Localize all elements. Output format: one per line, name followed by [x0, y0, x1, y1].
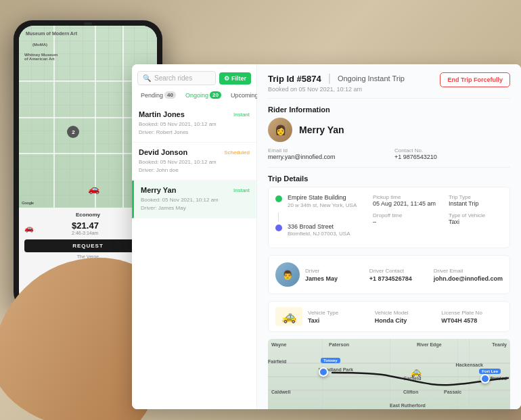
pickup-dot	[275, 195, 282, 202]
ride-item-martin[interactable]: Martin Jones Instant Booked: 05 Nov 2021…	[132, 105, 256, 143]
email-value: merry.yan@innofied.com	[268, 154, 384, 160]
search-icon: 🔍	[143, 74, 151, 82]
vehicle-type-value: Taxi	[449, 218, 503, 225]
filter-icon: ⚙	[224, 75, 229, 82]
phone-price: $21.47	[72, 220, 99, 231]
pickup-address: Empire State Building	[288, 194, 357, 202]
driver-email: john.doe@innofied.com	[434, 275, 503, 282]
driver-avatar: 👨	[275, 262, 300, 287]
rider-section-title: Rider Information	[268, 106, 510, 114]
email-label: Email Id	[268, 147, 384, 154]
trip-map: Wayne Paterson River Edge Teanly Fairfie…	[268, 339, 510, 409]
search-placeholder: Search rides	[154, 74, 192, 82]
route-stops: Empire State Building 20 w 34th st, New …	[275, 194, 365, 241]
filter-button[interactable]: ⚙ Filter	[219, 72, 251, 85]
rider-info-grid: Email Id merry.yan@innofied.com Contact …	[268, 147, 510, 160]
vehicle-plate-block: License Plate No WT04H 4578	[441, 310, 503, 324]
divider-2	[268, 167, 510, 168]
trip-booked-date: Booked on 05 Nov 2021, 10:12 am	[268, 86, 405, 93]
ride-meta-merry: Booked: 05 Nov 2021, 10:12 am Driver: Ja…	[141, 196, 250, 212]
pickup-sub: 20 w 34th st, New York, USA	[288, 202, 357, 208]
driver-name: James May	[305, 275, 364, 282]
ride-meta-devid: Booked: 05 Nov 2021, 10:12 am Driver: Jo…	[139, 158, 250, 174]
tab-ongoing[interactable]: Ongoing 20	[182, 89, 225, 101]
vehicle-model: Honda City	[375, 317, 436, 324]
rider-info-row: 👩 Merry Yan	[268, 118, 510, 142]
contact-label: Contact No.	[394, 147, 510, 154]
driver-name-block: Driver James May	[305, 268, 364, 282]
driver-contact: +1 8734526784	[369, 275, 428, 282]
tab-pending[interactable]: Pending 40	[137, 89, 179, 101]
driver-section: 👨 Driver James May Driver Contact +1 873…	[268, 255, 510, 294]
pickup-stop: Empire State Building 20 w 34th st, New …	[275, 194, 365, 208]
tabs-row: Pending 40 Ongoing 20 Upcoming ▾	[132, 89, 256, 105]
driver-contact-block: Driver Contact +1 8734526784	[369, 268, 428, 282]
ride-item-merry[interactable]: Merry Yan Instant Booked: 05 Nov 2021, 1…	[132, 181, 256, 218]
main-panel: 🔍 Search rides ⚙ Filter Pending 40 Ongoi…	[132, 64, 521, 409]
ride-item-devid[interactable]: Devid Jonson Scheduled Booked: 05 Nov 20…	[132, 143, 256, 181]
pickup-time-value: 05 Aug 2021, 11:45 am	[373, 200, 440, 207]
divider-1	[268, 98, 510, 99]
contact-value: +1 9876543210	[394, 154, 510, 160]
route-section: Empire State Building 20 w 34th st, New …	[268, 187, 510, 248]
phone-map-label-moma: Museum of Modern Art	[26, 31, 77, 36]
trip-status: Ongoing Instant Trip	[338, 74, 405, 83]
dropoff-sub: Blomfield, NJ 07003, USA	[288, 231, 350, 237]
ride-type-martin: Instant	[233, 112, 250, 118]
ride-name-merry: Merry Yan	[141, 186, 176, 194]
vehicle-section: 🚕 Vehicle Type Taxi Vehicle Model Honda …	[268, 301, 510, 332]
map-taxi-marker: 🚕	[409, 366, 422, 377]
trip-section-title: Trip Details	[268, 174, 510, 183]
google-logo: Google	[22, 201, 34, 205]
vehicle-icon: 🚕	[275, 307, 302, 326]
detail-panel: Trip Id #5874 | Ongoing Instant Trip Boo…	[257, 64, 521, 409]
rider-avatar: 👩	[268, 118, 292, 142]
rider-name-display: Merry Yan	[299, 124, 344, 135]
dropoff-address: 336 Broad Street	[288, 223, 350, 231]
map-label-fortlee: Fort Lee	[479, 369, 501, 374]
trip-type-label: Trip Type	[449, 194, 503, 200]
ride-list: Martin Jones Instant Booked: 05 Nov 2021…	[132, 105, 256, 409]
ride-name-martin: Martin Jones	[139, 110, 185, 118]
ride-meta-martin: Booked: 05 Nov 2021, 10:12 am Driver: Ro…	[139, 120, 250, 137]
dropoff-time-value: –	[373, 218, 440, 225]
pickup-time-label: Pickup time	[373, 194, 440, 200]
route-svg	[268, 339, 510, 409]
tab-ongoing-badge: 20	[210, 91, 221, 99]
driver-email-block: Driver Email john.doe@innofied.com	[434, 268, 503, 282]
search-input-wrap[interactable]: 🔍 Search rides	[137, 71, 216, 85]
vehicle-plate: WT04H 4578	[441, 317, 503, 324]
phone-car-marker: 🚗	[88, 183, 99, 194]
trip-times: Pickup time 05 Aug 2021, 11:45 am Dropof…	[373, 194, 440, 241]
map-label-totowy: Totowy	[321, 358, 340, 363]
vehicle-model-block: Vehicle Model Honda City	[375, 310, 436, 324]
rides-sidebar: 🔍 Search rides ⚙ Filter Pending 40 Ongoi…	[132, 64, 257, 409]
trip-type-col: Trip Type Instant Trip Type of Vehicle T…	[449, 194, 503, 241]
vehicle-type-label: Type of Vehicle	[449, 212, 503, 218]
route-connector	[278, 212, 279, 222]
dropoff-stop: 336 Broad Street Blomfield, NJ 07003, US…	[275, 223, 365, 237]
vehicle-type-display: Taxi	[308, 317, 369, 324]
dropoff-time-label: Dropoff time	[373, 212, 440, 218]
dropoff-dot	[275, 225, 282, 231]
ride-type-merry: Instant	[233, 187, 250, 193]
trip-id: Trip Id #5874	[268, 74, 321, 84]
trip-type-value: Instant Trip	[449, 200, 503, 207]
ride-name-devid: Devid Jonson	[139, 148, 187, 156]
search-bar: 🔍 Search rides ⚙ Filter	[132, 64, 256, 89]
tab-pending-badge: 40	[164, 91, 176, 99]
trip-header: Trip Id #5874 | Ongoing Instant Trip Boo…	[268, 72, 510, 93]
ride-type-devid: Scheduled	[224, 149, 250, 156]
end-trip-button[interactable]: End Trip Forcefully	[440, 72, 510, 87]
vehicle-type-block: Vehicle Type Taxi	[308, 310, 369, 324]
